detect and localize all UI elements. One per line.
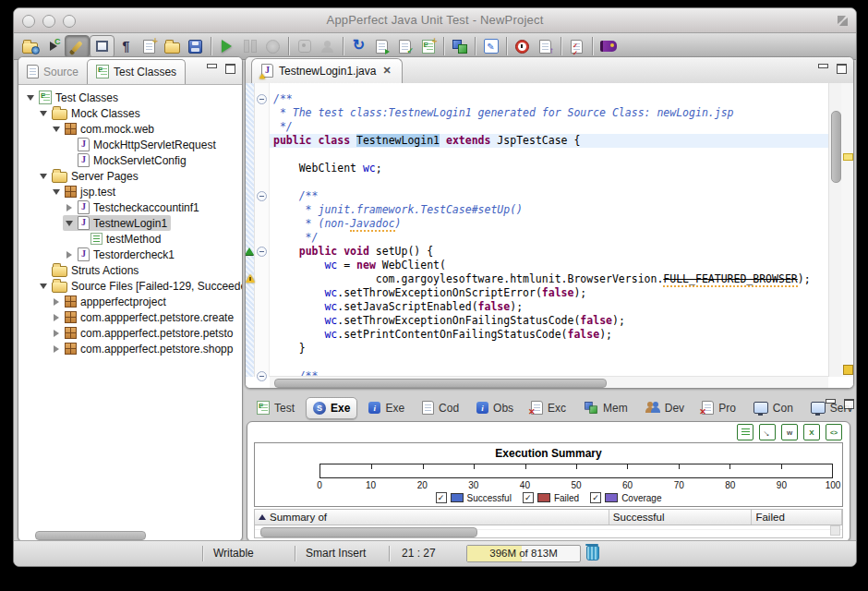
run-icon[interactable] — [215, 36, 238, 57]
open-project-icon[interactable] — [18, 36, 42, 57]
tree-item-com-appperfect-petstore-shopp[interactable]: com.appperfect.petstore.shopp — [18, 341, 242, 356]
new-file-icon[interactable]: + — [138, 36, 161, 57]
collapse-icon[interactable] — [39, 174, 48, 179]
collapse-icon[interactable] — [26, 95, 35, 101]
export-word-icon[interactable]: w — [781, 424, 798, 440]
code-line[interactable]: wc.setJavaScriptEnabled(false); — [270, 300, 828, 314]
code-line[interactable]: * The test class:TestnewLogin1 generated… — [270, 106, 828, 120]
code-line[interactable]: */ — [270, 120, 828, 134]
code-line[interactable]: } — [270, 342, 828, 356]
highlight-icon[interactable] — [65, 35, 90, 58]
checklist-icon[interactable]: ✓✓ — [565, 36, 588, 57]
editor-horizontal-scrollbar[interactable] — [270, 376, 828, 388]
collapse-icon[interactable] — [52, 189, 61, 195]
code-area[interactable]: /** * The test class:TestnewLogin1 gener… — [270, 83, 828, 377]
zoom-window-button[interactable] — [63, 15, 76, 28]
scrollbar-thumb[interactable] — [274, 379, 607, 388]
maximize-view-icon[interactable] — [225, 64, 235, 73]
bottom-tab-mem-6[interactable]: Mem — [577, 397, 634, 418]
warning-annotation-bottom[interactable] — [843, 365, 853, 375]
tree-item-server-pages[interactable]: Server Pages — [18, 168, 242, 184]
code-line[interactable]: * (non-Javadoc) — [270, 217, 828, 231]
window-icon[interactable] — [90, 35, 115, 58]
report-icon[interactable] — [737, 424, 753, 440]
bottom-tab-dev-7[interactable]: Dev — [639, 398, 691, 418]
tree-item-testmethod[interactable]: testMethod — [18, 231, 242, 247]
code-line[interactable]: wc.setThrowExceptionOnScriptError(false)… — [270, 286, 828, 300]
bottom-tab-exe-2[interactable]: iExe — [362, 398, 411, 418]
fold-minus-icon[interactable] — [257, 191, 267, 201]
bottom-tab-exe-1[interactable]: SExe — [306, 397, 357, 419]
tree-item-appperfectproject[interactable]: appperfectproject — [18, 294, 242, 309]
tree-item-testnewlogin1[interactable]: JTestnewLogin1 — [18, 215, 242, 231]
table-header-summary-of[interactable]: Summary of — [255, 510, 609, 525]
expand-icon[interactable] — [65, 204, 74, 211]
export-pdf-icon[interactable]: → — [759, 424, 776, 440]
pause-icon[interactable] — [238, 36, 261, 57]
minimize-window-button[interactable] — [42, 15, 55, 28]
code-line[interactable]: /** — [270, 92, 828, 106]
code-line[interactable]: wc.setThrowExceptionOnFailingStatusCode(… — [270, 314, 828, 328]
open-file-icon[interactable] — [161, 36, 184, 57]
record-icon[interactable] — [293, 36, 316, 57]
maximize-bottom-icon[interactable] — [844, 399, 854, 408]
edit-icon[interactable]: ✎ — [479, 36, 502, 57]
collapse-icon[interactable] — [65, 221, 74, 226]
tree-item-com-appperfect-petstore-petsto[interactable]: com.appperfect.petstore.petsto — [18, 325, 242, 341]
code-line[interactable]: /** — [270, 189, 828, 203]
table-header-successful[interactable]: Successful — [609, 510, 753, 525]
bottom-tab-test-0[interactable]: ETest — [250, 397, 301, 418]
warning-annotation[interactable] — [843, 153, 853, 161]
editor-tab-testnewlogin1[interactable]: J TestnewLogin1.java ✕ — [251, 58, 403, 83]
tree-item-mock-classes[interactable]: Mock Classes — [18, 105, 242, 121]
tree-horizontal-scrollbar[interactable] — [22, 531, 238, 538]
expand-icon[interactable] — [65, 251, 74, 259]
tree-item-testcheckaccountinf1[interactable]: JTestcheckaccountinf1 — [18, 199, 242, 215]
code-line[interactable]: public void setUp() { — [270, 245, 828, 259]
code-line[interactable]: wc = new WebClient( — [270, 259, 828, 272]
close-window-button[interactable] — [22, 15, 35, 28]
export-icon[interactable]: ↑ — [534, 36, 557, 57]
expand-icon[interactable] — [52, 298, 61, 306]
collapse-icon[interactable] — [52, 127, 61, 132]
tree-item-mockservletconfig[interactable]: JMockServletConfig — [18, 152, 242, 168]
tree-item-source-files-failed-129-succeede[interactable]: Source Files [Failed-129, Succeede — [18, 278, 242, 294]
scrollbar-thumb[interactable] — [831, 111, 841, 183]
stop-icon[interactable] — [261, 36, 284, 57]
tree-item-mockhttpservletrequest[interactable]: JMockHttpServletRequest — [18, 137, 242, 152]
export-excel-icon[interactable]: X — [803, 424, 820, 440]
tab-test-classes[interactable]: E Test Classes — [87, 59, 186, 84]
collapse-icon[interactable] — [39, 283, 48, 289]
table-header-failed[interactable]: Failed — [752, 510, 842, 525]
fold-minus-icon[interactable] — [257, 247, 267, 257]
paragraph-icon[interactable]: ¶ — [115, 36, 138, 57]
code-line[interactable]: * junit.framework.TestCase#setUp() — [270, 203, 828, 217]
memory-cubes-icon[interactable] — [448, 36, 471, 57]
maximize-editor-icon[interactable] — [837, 64, 847, 73]
fold-minus-icon[interactable] — [257, 371, 267, 381]
run-test-icon[interactable] — [370, 36, 393, 57]
code-line[interactable]: com.gargoylesoftware.htmlunit.BrowserVer… — [270, 272, 828, 286]
editor-vertical-scrollbar[interactable] — [828, 83, 841, 377]
export-xml-icon[interactable]: <> — [826, 424, 842, 440]
warning-marker-icon[interactable] — [246, 274, 255, 283]
minimize-editor-icon[interactable] — [818, 64, 828, 73]
tree-item-struts-actions[interactable]: Struts Actions — [18, 262, 242, 278]
tree-item-test-classes[interactable]: ETest Classes — [18, 90, 242, 105]
save-icon[interactable] — [184, 36, 207, 57]
editor-body[interactable]: /** * The test class:TestnewLogin1 gener… — [246, 83, 853, 388]
garbage-collect-button[interactable] — [586, 546, 599, 561]
tree-item-jsp-test[interactable]: jsp.test — [18, 184, 242, 199]
fullscreen-icon[interactable] — [838, 16, 848, 26]
code-line[interactable]: WebClient wc; — [270, 162, 828, 175]
profile-icon[interactable] — [316, 36, 339, 57]
bottom-tab-obs-4[interactable]: iObs — [470, 398, 520, 418]
schedule-icon[interactable] — [511, 36, 534, 57]
new-test-icon[interactable]: E+ — [416, 36, 440, 57]
code-line[interactable]: wc.setPrintContentOnFailingStatusCode(fa… — [270, 328, 828, 342]
code-line[interactable] — [270, 356, 828, 369]
green-triangle-marker[interactable] — [245, 247, 254, 255]
scrollbar-thumb[interactable] — [35, 531, 146, 540]
expand-icon[interactable] — [52, 330, 61, 337]
minimize-view-icon[interactable] — [207, 64, 217, 73]
